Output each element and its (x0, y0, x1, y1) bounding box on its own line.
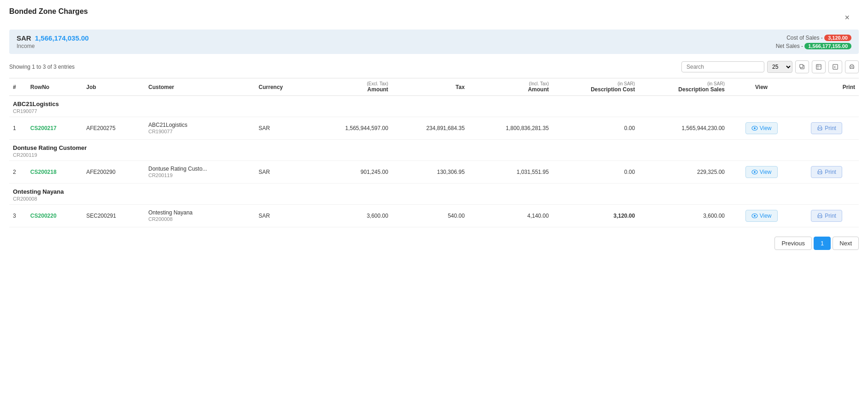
net-sales-badge: 1,566,177,155.00 (804, 43, 851, 49)
col-view: View (728, 78, 794, 96)
cell-currency: SAR (255, 205, 308, 227)
cell-print[interactable]: Print (794, 161, 859, 184)
col-rowno: RowNo (27, 78, 82, 96)
cell-num: 3 (9, 205, 27, 227)
cell-view[interactable]: View (728, 205, 794, 227)
cell-customer-sub: CR190077 (148, 129, 173, 134)
cell-customer: Dontuse Rating Custo... CR200119 (145, 161, 255, 184)
view-button[interactable]: View (745, 210, 778, 222)
cell-tax: 234,891,684.35 (392, 117, 469, 140)
svg-rect-14 (819, 129, 821, 130)
col-tax: Tax (392, 78, 469, 96)
view-button[interactable]: View (745, 122, 778, 134)
search-input[interactable] (681, 61, 764, 72)
toolbar-right: 25 50 100 X (681, 60, 859, 73)
cell-tax: 540.00 (392, 205, 469, 227)
group-name: Ontesting Nayana (9, 184, 859, 196)
cell-job: AFE200290 (82, 161, 145, 184)
cell-job: AFE200275 (82, 117, 145, 140)
summary-amount: SAR 1,566,174,035.00 (17, 34, 89, 42)
next-button[interactable]: Next (833, 237, 859, 250)
svg-point-16 (754, 171, 756, 173)
toolbar: Showing 1 to 3 of 3 entries 25 50 100 (9, 60, 859, 73)
printer-icon (817, 213, 823, 219)
group-subheader-row: CR190077 (9, 108, 859, 117)
cell-currency: SAR (255, 117, 308, 140)
group-header-row: ABC21Logistics (9, 96, 859, 109)
previous-button[interactable]: Previous (774, 237, 812, 250)
svg-point-11 (754, 127, 756, 129)
group-name: Dontuse Rating Customer (9, 140, 859, 153)
table-row: 3 CS200220 SEC200291 Ontesting Nayana CR… (9, 205, 859, 227)
view-button[interactable]: View (745, 166, 778, 178)
cell-amount-excl: 901,245.00 (308, 161, 392, 184)
cs-link[interactable]: CS200217 (30, 125, 57, 131)
net-sales: Net Sales - 1,566,177,155.00 (776, 43, 851, 49)
group-subheader-row: CR200008 (9, 196, 859, 205)
col-print: Print (794, 78, 859, 96)
summary-income-label: Income (17, 43, 89, 49)
svg-rect-9 (850, 67, 853, 69)
cs-link[interactable]: CS200220 (30, 213, 57, 219)
net-sales-label: Net Sales - (776, 43, 803, 49)
cell-job: SEC200291 (82, 205, 145, 227)
group-header-row: Ontesting Nayana (9, 184, 859, 196)
col-desc-sales: (in SAR)Description Sales (639, 78, 728, 96)
print-button[interactable]: Print (811, 210, 842, 222)
svg-rect-13 (819, 126, 821, 128)
eye-icon (751, 170, 758, 174)
copy-button[interactable] (795, 60, 809, 73)
svg-rect-23 (819, 214, 821, 215)
col-currency: Currency (255, 78, 308, 96)
group-id: CR200008 (9, 196, 859, 205)
cell-view[interactable]: View (728, 161, 794, 184)
page-1-button[interactable]: 1 (814, 237, 831, 250)
cell-customer: Ontesting Nayana CR200008 (145, 205, 255, 227)
col-desc-cost: (in SAR)Description Cost (552, 78, 639, 96)
excel-button[interactable]: X (828, 60, 842, 73)
svg-rect-2 (816, 65, 821, 69)
cell-view[interactable]: View (728, 117, 794, 140)
cost-of-sales-label: Cost of Sales - (786, 35, 823, 41)
col-customer: Customer (145, 78, 255, 96)
csv-button[interactable] (812, 60, 826, 73)
cell-amount-incl: 4,140.00 (469, 205, 553, 227)
group-name: ABC21Logistics (9, 96, 859, 109)
showing-text: Showing 1 to 3 of 3 entries (9, 64, 75, 70)
cell-desc-cost: 0.00 (552, 161, 639, 184)
cell-rowno[interactable]: CS200220 (27, 205, 82, 227)
svg-rect-8 (850, 65, 853, 66)
summary-value: 1,566,174,035.00 (35, 34, 89, 42)
page-title: Bonded Zone Charges (9, 7, 88, 16)
pagination: Previous 1 Next (9, 237, 859, 255)
main-table: # RowNo Job Customer Currency (Excl. Tax… (9, 78, 859, 227)
cost-of-sales-badge: 3,120.00 (824, 35, 851, 41)
print-button[interactable]: Print (811, 166, 842, 178)
cell-num: 2 (9, 161, 27, 184)
group-id: CR190077 (9, 108, 859, 117)
cell-print[interactable]: Print (794, 117, 859, 140)
cell-desc-cost: 3,120.00 (552, 205, 639, 227)
cell-print[interactable]: Print (794, 205, 859, 227)
cs-link[interactable]: CS200218 (30, 169, 57, 175)
cell-rowno[interactable]: CS200218 (27, 161, 82, 184)
svg-text:X: X (834, 65, 836, 69)
print-button[interactable]: Print (811, 122, 842, 134)
svg-rect-18 (819, 170, 821, 172)
summary-currency: SAR (17, 34, 31, 42)
eye-icon (751, 214, 758, 218)
col-job: Job (82, 78, 145, 96)
table-row: 2 CS200218 AFE200290 Dontuse Rating Cust… (9, 161, 859, 184)
print-all-button[interactable] (845, 60, 859, 73)
cell-desc-sales: 229,325.00 (639, 161, 728, 184)
cell-customer-sub: CR200008 (148, 216, 173, 222)
cell-desc-cost: 0.00 (552, 117, 639, 140)
cell-rowno[interactable]: CS200217 (27, 117, 82, 140)
close-button[interactable]: × (845, 13, 850, 23)
cell-amount-excl: 3,600.00 (308, 205, 392, 227)
group-id: CR200119 (9, 152, 859, 161)
page-size-select[interactable]: 25 50 100 (767, 61, 792, 73)
cell-amount-incl: 1,800,836,281.35 (469, 117, 553, 140)
printer-icon (817, 125, 823, 131)
cell-desc-sales: 1,565,944,230.00 (639, 117, 728, 140)
